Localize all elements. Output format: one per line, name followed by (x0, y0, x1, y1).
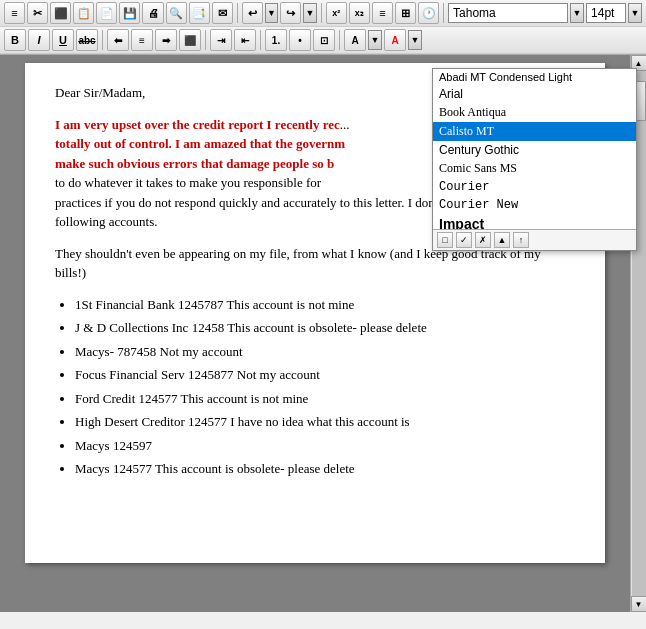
list-item: Ford Credit 124577 This account is not m… (75, 389, 575, 409)
footer-btn-cursor[interactable]: ▲ (494, 232, 510, 248)
font-name-input[interactable] (448, 3, 568, 23)
list-item: Macys- 787458 Not my account (75, 342, 575, 362)
undo-dropdown[interactable]: ▼ (265, 3, 278, 23)
scroll-down-arrow[interactable]: ▼ (631, 596, 647, 612)
redo-dropdown[interactable]: ▼ (303, 3, 316, 23)
underline-button[interactable]: U (52, 29, 74, 51)
subscript-button[interactable]: x₂ (349, 2, 370, 24)
align-right-btn[interactable]: ➡ (155, 29, 177, 51)
separator-1 (237, 3, 238, 23)
strikethrough-button[interactable]: abc (76, 29, 98, 51)
separator-6 (260, 30, 261, 50)
font-name-dropdown[interactable]: ▼ (570, 3, 584, 23)
list-item: High Desert Creditor 124577 I have no id… (75, 412, 575, 432)
borders-btn[interactable]: ⊡ (313, 29, 335, 51)
font-color-btn[interactable]: A (384, 29, 406, 51)
highlight-color-btn[interactable]: A (344, 29, 366, 51)
footer-btn-arrow[interactable]: ↑ (513, 232, 529, 248)
toolbar-btn-9[interactable]: 📑 (189, 2, 210, 24)
separator-5 (205, 30, 206, 50)
indent-decrease-btn[interactable]: ⇤ (234, 29, 256, 51)
font-color-dropdown[interactable]: ▼ (408, 30, 422, 50)
red-text-3: make such obvious errors that damage peo… (55, 156, 334, 171)
separator-7 (339, 30, 340, 50)
font-item-courier-new[interactable]: Courier New (433, 196, 636, 214)
separator-2 (321, 3, 322, 23)
undo-button[interactable]: ↩ (242, 2, 263, 24)
align-left-btn[interactable]: ⬅ (107, 29, 129, 51)
font-item-comic-sans[interactable]: Comic Sans MS (433, 159, 636, 178)
toolbar-btn-4[interactable]: 📋 (73, 2, 94, 24)
table-button[interactable]: ⊞ (395, 2, 416, 24)
indent-increase-btn[interactable]: ⇥ (210, 29, 232, 51)
list-item: 1St Financial Bank 1245787 This account … (75, 295, 575, 315)
separator-4 (102, 30, 103, 50)
red-text-2: totally out of control. I am amazed that… (55, 136, 345, 151)
footer-btn-x[interactable]: ✗ (475, 232, 491, 248)
toolbar-btn-8[interactable]: 🔍 (166, 2, 187, 24)
toolbar-row1: ≡ ✂ ⬛ 📋 📄 💾 🖨 🔍 📑 ✉ ↩ ▼ ↪ ▼ x² x₂ ≡ ⊞ 🕐 … (0, 0, 646, 27)
font-item-arial[interactable]: Arial (433, 85, 636, 103)
clock-button[interactable]: 🕐 (418, 2, 439, 24)
toolbar-container: ≡ ✂ ⬛ 📋 📄 💾 🖨 🔍 📑 ✉ ↩ ▼ ↪ ▼ x² x₂ ≡ ⊞ 🕐 … (0, 0, 646, 55)
redo-button[interactable]: ↪ (280, 2, 301, 24)
list-item: Focus Financial Serv 1245877 Not my acco… (75, 365, 575, 385)
superscript-button[interactable]: x² (326, 2, 347, 24)
font-dropdown: Abadi MT Condensed Light Arial Book Anti… (432, 68, 637, 251)
font-list[interactable]: Abadi MT Condensed Light Arial Book Anti… (433, 69, 636, 229)
font-size-dropdown[interactable]: ▼ (628, 3, 642, 23)
toolbar-btn-7[interactable]: 🖨 (142, 2, 163, 24)
highlight-dropdown[interactable]: ▼ (368, 30, 382, 50)
toolbar-btn-2[interactable]: ✂ (27, 2, 48, 24)
toolbar-btn-3[interactable]: ⬛ (50, 2, 71, 24)
account-list: 1St Financial Bank 1245787 This account … (75, 295, 575, 479)
toolbar-btn-6[interactable]: 💾 (119, 2, 140, 24)
toolbar-row2: B I U abc ⬅ ≡ ➡ ⬛ ⇥ ⇤ 1. • ⊡ A ▼ A ▼ (0, 27, 646, 54)
normal-text-2: to do whatever it takes to make you resp… (55, 175, 321, 190)
font-item-courier[interactable]: Courier (433, 178, 636, 196)
red-text-1: I am very upset over the credit report I… (55, 117, 334, 132)
font-item-book-antiqua[interactable]: Book Antiqua (433, 103, 636, 122)
toolbar-btn-1[interactable]: ≡ (4, 2, 25, 24)
align-left-button[interactable]: ≡ (372, 2, 393, 24)
normal-text-1: ... (340, 117, 350, 132)
footer-btn-check[interactable]: ✓ (456, 232, 472, 248)
separator-3 (443, 3, 444, 23)
bullets-btn[interactable]: • (289, 29, 311, 51)
list-item: Macys 124577 This account is obsolete- p… (75, 459, 575, 479)
toolbar-btn-10[interactable]: ✉ (212, 2, 233, 24)
dropdown-footer: □ ✓ ✗ ▲ ↑ (433, 229, 636, 250)
font-item-calisto-mt[interactable]: Calisto MT (433, 122, 636, 141)
list-item: Macys 124597 (75, 436, 575, 456)
justify-btn[interactable]: ⬛ (179, 29, 201, 51)
font-item-abadi-mt[interactable]: Abadi MT Condensed Light (433, 69, 636, 85)
toolbar-btn-5[interactable]: 📄 (96, 2, 117, 24)
font-selector: ▼ ▼ (448, 3, 642, 23)
font-item-impact[interactable]: Impact (433, 214, 636, 229)
bold-button[interactable]: B (4, 29, 26, 51)
list-item: J & D Collections Inc 12458 This account… (75, 318, 575, 338)
italic-button[interactable]: I (28, 29, 50, 51)
footer-btn-square[interactable]: □ (437, 232, 453, 248)
font-item-century-gothic[interactable]: Century Gothic (433, 141, 636, 159)
font-size-input[interactable] (586, 3, 626, 23)
align-center-btn[interactable]: ≡ (131, 29, 153, 51)
numbering-btn[interactable]: 1. (265, 29, 287, 51)
